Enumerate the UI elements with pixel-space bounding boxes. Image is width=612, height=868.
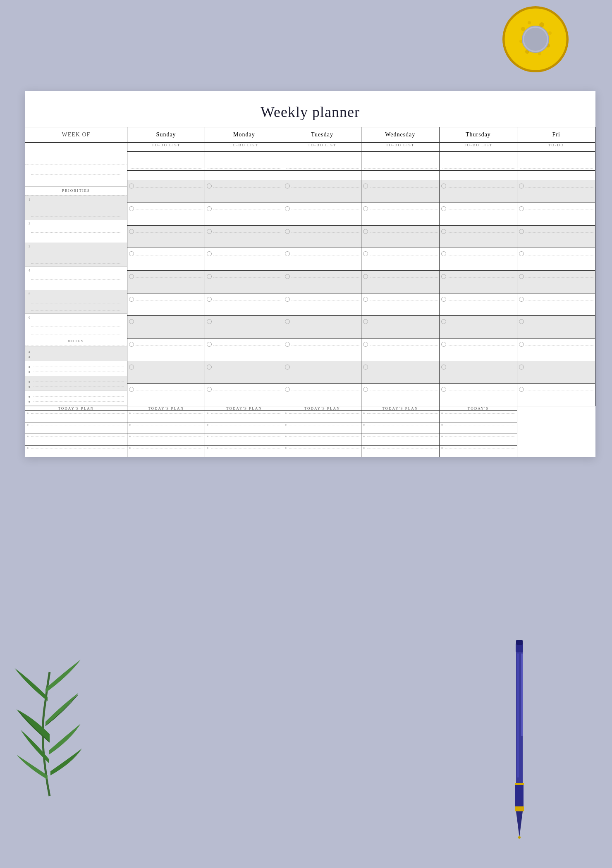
checkbox-circle[interactable] bbox=[129, 297, 134, 302]
thursday-todo-label: TO-DO LIST bbox=[439, 143, 517, 152]
checkbox-circle[interactable] bbox=[129, 319, 134, 324]
checkbox-circle[interactable] bbox=[441, 342, 446, 347]
checkbox-circle[interactable] bbox=[129, 206, 134, 211]
checkbox-circle[interactable] bbox=[207, 274, 212, 279]
planner-title: Weekly planner bbox=[25, 103, 595, 121]
svg-point-3 bbox=[528, 21, 531, 24]
thursday-todays-plan-label: TODAY'S PLAN bbox=[361, 406, 439, 411]
plan-content-row-2 bbox=[25, 422, 595, 434]
svg-rect-16 bbox=[515, 784, 524, 808]
checkbox-circle[interactable] bbox=[363, 387, 368, 392]
plan-content-row-4 bbox=[25, 446, 595, 457]
checkbox-circle[interactable] bbox=[519, 297, 524, 302]
checkbox-circle[interactable] bbox=[207, 184, 212, 188]
priority-1: 1 bbox=[29, 198, 124, 202]
checkbox-circle[interactable] bbox=[441, 274, 446, 279]
checkbox-circle[interactable] bbox=[363, 365, 368, 370]
priority-3: 3 bbox=[29, 245, 124, 249]
checkbox-circle[interactable] bbox=[519, 365, 524, 370]
checkbox-circle[interactable] bbox=[519, 206, 524, 211]
checkbox-circle[interactable] bbox=[207, 297, 212, 302]
wednesday-header: Wednesday bbox=[361, 127, 439, 143]
checkbox-circle[interactable] bbox=[441, 251, 446, 256]
svg-point-11 bbox=[524, 28, 547, 51]
checkbox-circle[interactable] bbox=[519, 229, 524, 234]
wednesday-todays-plan-label: TODAY'S PLAN bbox=[283, 406, 361, 411]
checkbox-circle[interactable] bbox=[207, 206, 212, 211]
week-of-header: WEEK OF bbox=[25, 127, 127, 143]
checkbox-circle[interactable] bbox=[363, 342, 368, 347]
checkbox-circle[interactable] bbox=[285, 274, 290, 279]
checkbox-circle[interactable] bbox=[285, 251, 290, 256]
checkbox-circle[interactable] bbox=[207, 387, 212, 392]
tape-roll-decoration bbox=[500, 4, 571, 76]
checkbox-circle[interactable] bbox=[519, 274, 524, 279]
checkbox-circle[interactable] bbox=[207, 319, 212, 324]
checkbox-circle[interactable] bbox=[207, 342, 212, 347]
wednesday-todo-label: TO-DO LIST bbox=[361, 143, 439, 152]
tuesday-header: Tuesday bbox=[283, 127, 361, 143]
checkbox-circle[interactable] bbox=[441, 297, 446, 302]
sunday-header: Sunday bbox=[127, 127, 205, 143]
checkbox-circle[interactable] bbox=[285, 206, 290, 211]
checkbox-circle[interactable] bbox=[519, 387, 524, 392]
checkbox-circle[interactable] bbox=[519, 184, 524, 188]
checkbox-circle[interactable] bbox=[129, 229, 134, 234]
planner-paper: Weekly planner WEEK OF Sunday Monday Tue… bbox=[25, 91, 595, 457]
friday-header: Fri bbox=[517, 127, 595, 143]
sunday-todo-label: TO-DO LIST bbox=[127, 143, 205, 152]
checkbox-circle[interactable] bbox=[285, 297, 290, 302]
svg-rect-15 bbox=[521, 653, 523, 736]
monday-todo-label: TO-DO LIST bbox=[205, 143, 283, 152]
checkbox-circle[interactable] bbox=[285, 184, 290, 188]
tuesday-todays-plan-label: TODAY'S PLAN bbox=[205, 406, 283, 411]
checkbox-circle[interactable] bbox=[129, 251, 134, 256]
checkbox-circle[interactable] bbox=[129, 365, 134, 370]
svg-point-2 bbox=[521, 27, 525, 31]
priority-2: 2 bbox=[29, 222, 124, 225]
checkbox-circle[interactable] bbox=[441, 365, 446, 370]
checkbox-circle[interactable] bbox=[519, 342, 524, 347]
checkbox-circle[interactable] bbox=[285, 342, 290, 347]
sunday-todays-plan-label: TODAY'S PLAN bbox=[25, 406, 127, 411]
left-column: PRIORITIES 1 2 bbox=[25, 143, 127, 406]
monday-header: Monday bbox=[205, 127, 283, 143]
checkbox-circle[interactable] bbox=[129, 342, 134, 347]
todo-label-row: PRIORITIES 1 2 bbox=[25, 143, 595, 152]
checkbox-circle[interactable] bbox=[363, 206, 368, 211]
checkbox-circle[interactable] bbox=[441, 206, 446, 211]
checkbox-circle[interactable] bbox=[363, 297, 368, 302]
svg-rect-20 bbox=[516, 640, 523, 645]
checkbox-circle[interactable] bbox=[285, 365, 290, 370]
checkbox-circle[interactable] bbox=[207, 365, 212, 370]
checkbox-circle[interactable] bbox=[363, 274, 368, 279]
checkbox-circle[interactable] bbox=[285, 319, 290, 324]
checkbox-circle[interactable] bbox=[285, 229, 290, 234]
checkbox-circle[interactable] bbox=[207, 229, 212, 234]
svg-point-18 bbox=[518, 836, 521, 839]
checkbox-circle[interactable] bbox=[207, 251, 212, 256]
checkbox-circle[interactable] bbox=[363, 319, 368, 324]
svg-rect-21 bbox=[517, 653, 519, 777]
checkbox-circle[interactable] bbox=[519, 251, 524, 256]
checkbox-circle[interactable] bbox=[363, 251, 368, 256]
checkbox-circle[interactable] bbox=[441, 229, 446, 234]
checkbox-circle[interactable] bbox=[363, 184, 368, 188]
checkbox-circle[interactable] bbox=[519, 319, 524, 324]
plan-content-row-1 bbox=[25, 411, 595, 422]
checkbox-circle[interactable] bbox=[285, 387, 290, 392]
checkbox-circle[interactable] bbox=[441, 387, 446, 392]
checkbox-circle[interactable] bbox=[441, 184, 446, 188]
plant-decoration bbox=[4, 618, 95, 806]
pen-decoration bbox=[509, 631, 529, 847]
checkbox-circle[interactable] bbox=[129, 387, 134, 392]
checkbox-circle[interactable] bbox=[441, 319, 446, 324]
checkbox-circle[interactable] bbox=[129, 184, 134, 188]
checkbox-circle[interactable] bbox=[363, 229, 368, 234]
svg-rect-22 bbox=[515, 783, 524, 785]
monday-todays-plan-label: TODAY'S PLAN bbox=[127, 406, 205, 411]
thursday-header: Thursday bbox=[439, 127, 517, 143]
svg-rect-17 bbox=[515, 806, 524, 811]
priority-5: 5 bbox=[29, 292, 124, 296]
checkbox-circle[interactable] bbox=[129, 274, 134, 279]
